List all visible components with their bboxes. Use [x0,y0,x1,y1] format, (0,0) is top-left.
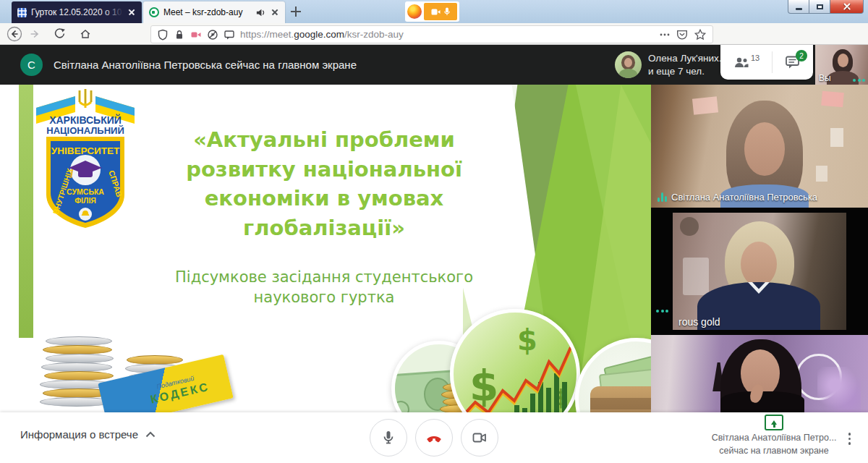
tab-moodle[interactable]: Гурток 12.05.2020 о 10.00 - mo [12,1,142,23]
forward-button[interactable] [25,25,45,43]
svg-text:СУМСЬКА: СУМСЬКА [67,187,104,196]
slide-title: «Актуальні проблеми розвитку національно… [129,125,519,242]
presenting-status: Світлана Анатоліївна Петро... сейчас на … [698,415,850,457]
participants-sidebar: Світлана Анатоліївна Петровська ro [651,85,868,412]
people-count: 13 [751,54,760,62]
close-tab-icon[interactable] [271,8,279,17]
tab-label: Гурток 12.05.2020 о 10.00 - mo [31,7,123,17]
close-window-button[interactable] [830,0,864,14]
participant-name-label: Світлана Анатоліївна Петровська [658,192,817,203]
meeting-counts-panel: 13 2 [720,45,813,80]
self-options-dots-icon[interactable] [853,79,865,82]
presenter-avatar: C [20,54,43,76]
maximize-button[interactable] [809,0,830,14]
minimize-button[interactable] [788,0,809,14]
sharing-indicator[interactable] [405,1,459,22]
leave-call-button[interactable] [415,419,453,456]
microphone-toggle-button[interactable] [370,419,407,456]
bookmark-star-icon[interactable] [694,28,707,41]
hangup-phone-icon [425,428,443,447]
participant-name-label: rous gold [678,316,720,328]
svg-text:УНІВЕРСИТЕТ: УНІВЕРСИТЕТ [51,145,120,156]
camera-icon [431,8,441,16]
tracking-protection-shield-icon[interactable] [157,29,169,41]
url-bar[interactable]: https://meet.google.com/ksr-zdob-auy [150,25,713,43]
presenting-state: сейчас на главном экране [698,445,850,458]
notification-bubble-icon[interactable] [224,29,235,41]
tab-bar: Гурток 12.05.2020 о 10.00 - mo Meet – ks… [0,0,868,23]
university-emblem: ХАРКІВСЬКИЙ НАЦІОНАЛЬНИЙ УНІВЕРСИТЕТ СУМ… [30,86,140,231]
home-button[interactable] [75,25,95,43]
tab-label: Meet – ksr-zdob-auy [163,7,251,17]
meet-bottom-bar: Информация о встрече Світлана Анатоліївн… [0,412,868,463]
lock-icon[interactable] [174,29,185,41]
self-view-thumbnail[interactable]: Вы [815,45,868,85]
microphone-icon [380,429,397,446]
chevron-up-icon [145,431,156,438]
svg-text:ХАРКІВСЬКИЙ: ХАРКІВСЬКИЙ [49,114,122,126]
firefox-icon [407,4,422,19]
participant-name: Олена Лук'яних... [648,52,727,65]
svg-text:ФІЛІЯ: ФІЛІЯ [75,196,96,205]
presenting-name: Світлана Анатоліївна Петро... [698,432,850,445]
self-label: Вы [819,73,831,83]
moodle-favicon-icon [17,8,27,17]
presenting-banner: C Світлана Анатоліївна Петровська сейчас… [0,45,868,85]
tab-audio-icon[interactable] [255,7,266,18]
tab-meet[interactable]: Meet – ksr-zdob-auy [143,1,285,23]
microphone-icon [444,7,450,16]
people-icon [733,55,750,69]
navigation-toolbar: https://meet.google.com/ksr-zdob-auy [0,23,868,45]
browser-window: Гурток 12.05.2020 о 10.00 - mo Meet – ks… [0,0,868,463]
camera-icon [471,429,488,446]
video-tile-3[interactable] [651,335,868,412]
camera-toggle-button[interactable] [461,419,498,456]
people-count-button[interactable]: 13 [733,55,760,69]
window-controls [788,0,864,14]
chat-unread-badge: 2 [796,50,807,61]
url-text[interactable]: https://meet.google.com/ksr-zdob-auy [240,29,654,40]
reload-button[interactable] [49,25,69,43]
svg-text:$: $ [517,323,537,357]
presenting-message: Світлана Анатоліївна Петровська сейчас н… [54,59,357,71]
meet-favicon-icon [149,7,159,17]
camera-permission-icon[interactable] [190,29,202,41]
coins-and-book-image: Податковий КОДЕКС [33,323,235,412]
more-options-icon[interactable] [848,433,851,445]
camera-mic-sharing-badge [424,3,457,20]
new-tab-button[interactable] [291,7,301,17]
video-tile-2[interactable]: rous gold [651,210,868,333]
meeting-main-area: ХАРКІВСЬКИЙ НАЦІОНАЛЬНИЙ УНІВЕРСИТЕТ СУМ… [0,85,868,412]
presentation-active-icon [765,415,783,430]
video-tile-1[interactable]: Світлана Анатоліївна Петровська [651,85,868,208]
back-button[interactable] [4,25,25,43]
page-actions-icon[interactable] [659,29,671,41]
presented-slide: ХАРКІВСЬКИЙ НАЦІОНАЛЬНИЙ УНІВЕРСИТЕТ СУМ… [0,85,651,412]
participants-more: и еще 7 чел. [648,65,727,78]
close-tab-icon[interactable] [127,8,136,17]
autoplay-blocked-icon[interactable] [207,29,218,41]
audio-activity-icon [658,192,667,202]
pocket-icon[interactable] [676,28,689,41]
tile-options-dots-icon[interactable] [656,310,668,313]
meeting-info-button[interactable]: Информация о встрече [20,428,156,441]
slide-subtitle: Підсумкове засідання студентського науко… [143,267,505,308]
participant-avatar [615,51,642,78]
svg-text:НАЦІОНАЛЬНИЙ: НАЦІОНАЛЬНИЙ [46,125,124,136]
chat-button[interactable]: 2 [785,55,801,69]
participants-preview[interactable]: Олена Лук'яних... и еще 7 чел. [648,52,727,78]
